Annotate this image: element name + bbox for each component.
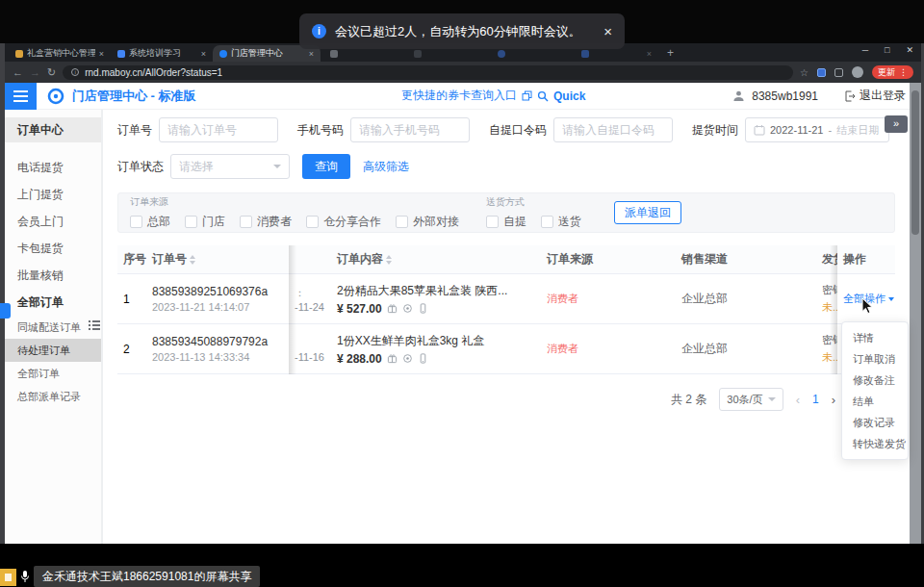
next-page-button[interactable]: › xyxy=(832,393,835,407)
pickup-code-input[interactable] xyxy=(553,117,673,142)
checkbox-icon[interactable] xyxy=(240,216,252,228)
quick-entry-text[interactable]: 更快捷的券卡查询入口 xyxy=(401,88,517,104)
header-order-no[interactable]: 订单号 xyxy=(146,245,289,273)
dispatch-return-button[interactable]: 派单退回 xyxy=(614,201,681,224)
order-no-group: 订单号 xyxy=(117,117,278,142)
maximize-button[interactable]: □ xyxy=(885,45,889,55)
hamburger-menu-button[interactable] xyxy=(5,83,37,110)
sidebar-item-member-visit[interactable]: 会员上门 xyxy=(5,208,101,235)
sidebar-item-batch-verify[interactable]: 批量核销 xyxy=(5,262,101,289)
tab-close-icon[interactable]: × xyxy=(201,49,206,59)
gift-icon xyxy=(387,353,398,364)
checkbox-icon[interactable] xyxy=(486,216,499,228)
sort-icons[interactable] xyxy=(190,255,195,265)
reload-icon[interactable]: ↻ xyxy=(47,67,56,78)
checkbox-icon[interactable] xyxy=(185,216,197,228)
checkbox-icon[interactable] xyxy=(396,216,408,228)
chrome-update-button[interactable]: 更新 ⋮ xyxy=(872,65,913,79)
menu-item-close-order[interactable]: 结单 xyxy=(842,391,908,412)
order-status-select[interactable]: 请选择 xyxy=(170,154,290,179)
user-icon xyxy=(732,89,745,102)
tab-training[interactable]: 系统培训学习 × xyxy=(111,45,213,62)
profile-avatar[interactable] xyxy=(852,66,863,78)
price-line: ¥ 288.00 xyxy=(337,352,541,366)
browser-toolbar: ← → ↻ i rnd.maboy.cn/AllOrder?status=1 ☆… xyxy=(5,62,921,83)
logout-button[interactable]: 退出登录 xyxy=(844,88,906,104)
quick-label[interactable]: Quick xyxy=(553,89,585,103)
sidebar-section-order-center: 订单中心 xyxy=(5,117,101,142)
cell-order-source: 消费者 xyxy=(541,324,676,373)
prev-page-button[interactable]: ‹ xyxy=(796,393,800,407)
advanced-filter-link[interactable]: 高级筛选 xyxy=(363,159,409,175)
sidebar-item-city-delivery-orders[interactable]: 同城配送订单 xyxy=(5,316,101,339)
menu-item-express-ship[interactable]: 转快递发货 xyxy=(842,433,908,454)
search-button[interactable]: 查询 xyxy=(302,154,350,179)
phone-icon xyxy=(418,303,428,314)
meeting-app-icon[interactable] xyxy=(0,569,16,586)
site-info-icon[interactable]: i xyxy=(71,68,79,76)
page-scrollbar[interactable] xyxy=(910,83,921,544)
header-order-content[interactable]: 订单内容 xyxy=(331,245,541,273)
bookmark-star-icon[interactable]: ☆ xyxy=(800,67,808,78)
checkbox-icon[interactable] xyxy=(541,216,553,228)
tab-close-icon[interactable]: × xyxy=(647,49,652,59)
close-window-button[interactable]: ✕ xyxy=(906,45,913,55)
menu-item-details[interactable]: 详情 xyxy=(842,327,908,348)
tab-gift-marketing[interactable]: 礼盒营销中心管理中心 × xyxy=(9,45,111,62)
checkbox-icon[interactable] xyxy=(306,216,319,228)
delivery-method-label: 送货方式 xyxy=(486,195,581,209)
end-date-placeholder[interactable]: 结束日期 xyxy=(836,123,879,138)
new-tab-button[interactable]: + xyxy=(667,46,674,60)
current-page-1[interactable]: 1 xyxy=(812,393,819,406)
external-link-icon xyxy=(522,90,532,101)
start-date-value[interactable]: 2022-11-21 xyxy=(770,124,823,136)
sidebar-item-door-pickup[interactable]: 上门提货 xyxy=(5,181,101,208)
minimize-button[interactable]: ─ xyxy=(862,45,868,55)
sort-icons[interactable] xyxy=(386,255,392,265)
checkbox-store[interactable]: 门店 xyxy=(185,214,225,230)
checkbox-delivery[interactable]: 送货 xyxy=(541,214,581,230)
extensions-icon[interactable] xyxy=(834,68,843,77)
sidebar-list-icon[interactable] xyxy=(88,319,101,332)
menu-item-edit-history[interactable]: 修改记录 xyxy=(842,412,908,433)
date-range-picker[interactable]: 2022-11-21 - 结束日期 xyxy=(745,117,889,142)
calendar-icon xyxy=(754,124,765,136)
menu-item-cancel-order[interactable]: 订单取消 xyxy=(842,348,908,370)
sidebar-item-card-pickup[interactable]: 卡包提货 xyxy=(5,235,101,262)
phone-input[interactable] xyxy=(350,117,470,142)
microphone-icon[interactable] xyxy=(20,570,30,583)
tab-close-icon[interactable]: × xyxy=(99,49,104,59)
kebab-menu-icon[interactable]: ⋮ xyxy=(899,67,908,77)
menu-item-edit-note[interactable]: 修改备注 xyxy=(842,370,908,391)
url-text: rnd.maboy.cn/AllOrder?status=1 xyxy=(85,67,222,78)
checkbox-self-pickup[interactable]: 自提 xyxy=(486,214,526,230)
forward-icon[interactable]: → xyxy=(30,67,40,78)
address-bar[interactable]: i rnd.maboy.cn/AllOrder?status=1 xyxy=(63,65,793,80)
order-number[interactable]: 83859345088979792a xyxy=(152,335,289,348)
quick-entry[interactable]: 更快捷的券卡查询入口 Quick xyxy=(401,88,585,104)
page-size-select[interactable]: 30条/页 xyxy=(719,388,783,411)
sidebar-section-all-orders[interactable]: 全部订单 xyxy=(5,289,101,316)
checkbox-icon[interactable] xyxy=(130,216,142,228)
tab-title: 门店管理中心 xyxy=(231,47,305,60)
username[interactable]: 8385wb1991 xyxy=(752,89,818,103)
order-number[interactable]: 83859389251069376a xyxy=(152,285,289,298)
checkbox-consumer[interactable]: 消费者 xyxy=(240,214,292,230)
sidebar-item-all-orders[interactable]: 全部订单 xyxy=(5,362,101,385)
extension-icon[interactable] xyxy=(817,68,826,77)
sidebar-item-hq-dispatch-records[interactable]: 总部派单记录 xyxy=(5,385,101,408)
sidebar-item-phone-pickup[interactable]: 电话提货 xyxy=(5,154,101,181)
sidebar-item-pending-orders[interactable]: 待处理订单 xyxy=(5,339,101,362)
collapse-panel-button[interactable]: » xyxy=(885,115,908,133)
logout-label: 退出登录 xyxy=(860,88,906,104)
checkbox-hq[interactable]: 总部 xyxy=(130,214,170,230)
order-no-input[interactable] xyxy=(159,117,278,142)
order-source-options: 总部 门店 消费者 仓分享合作 外部对接 xyxy=(130,214,459,230)
toast-close-icon[interactable]: × xyxy=(603,23,612,39)
tab-close-icon[interactable]: × xyxy=(309,49,314,59)
checkbox-warehouse-share[interactable]: 仓分享合作 xyxy=(306,214,381,230)
checkbox-external[interactable]: 外部对接 xyxy=(396,214,459,230)
source-tag: 消费者 xyxy=(547,292,676,306)
scrollbar-thumb[interactable] xyxy=(911,90,919,235)
back-icon[interactable]: ← xyxy=(13,67,23,78)
